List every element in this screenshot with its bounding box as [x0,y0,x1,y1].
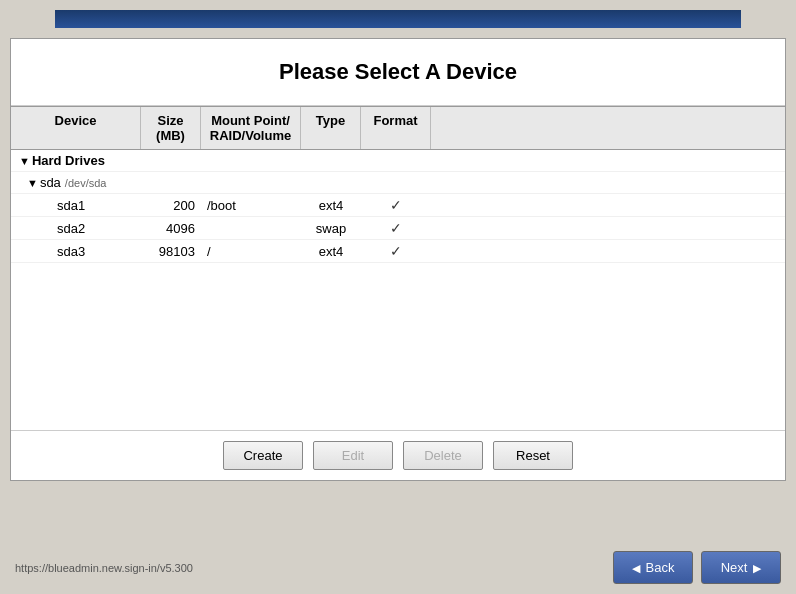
format-cell-sda1: ✓ [361,197,431,213]
format-cell-sda3: ✓ [361,243,431,259]
col-type: Type [301,107,361,149]
status-url: https://blueadmin.new.sign-in/v5.300 [15,562,193,574]
device-cell-sda2: sda2 [11,221,141,236]
col-format: Format [361,107,431,149]
table-area: Device Size(MB) Mount Point/RAID/Volume … [11,106,785,430]
action-buttons: Create Edit Delete Reset [11,430,785,480]
back-button[interactable]: Back [613,551,693,584]
mount-cell-sda3: / [201,244,301,259]
device-sda3[interactable]: sda3 98103 / ext4 ✓ [11,240,785,263]
format-cell-sda2: ✓ [361,220,431,236]
sda2-label: sda2 [57,221,85,236]
next-button[interactable]: Next [701,551,781,584]
size-cell-sda1: 200 [141,198,201,213]
device-cell-sda1: sda1 [11,198,141,213]
reset-button[interactable]: Reset [493,441,573,470]
expand-hard-drives-icon[interactable]: ▼ [19,155,30,167]
tree-area: ▼ Hard Drives ▼ sda /dev/sda [11,150,785,430]
delete-button[interactable]: Delete [403,441,483,470]
sda-sublabel: /dev/sda [65,177,107,189]
create-button[interactable]: Create [223,441,303,470]
bottom-bar: https://blueadmin.new.sign-in/v5.300 Bac… [0,541,796,594]
back-label: Back [646,560,675,575]
type-cell-sda2: swap [301,221,361,236]
group-hard-drives-label: Hard Drives [32,153,105,168]
col-size: Size(MB) [141,107,201,149]
col-device: Device [11,107,141,149]
edit-button[interactable]: Edit [313,441,393,470]
expand-sda-icon[interactable]: ▼ [27,177,38,189]
col-mount: Mount Point/RAID/Volume [201,107,301,149]
sda1-format-check: ✓ [390,197,402,213]
size-cell-sda3: 98103 [141,244,201,259]
main-window: Please Select A Device Device Size(MB) M… [10,38,786,481]
sda3-label: sda3 [57,244,85,259]
sda3-format-check: ✓ [390,243,402,259]
device-sda2[interactable]: sda2 4096 swap ✓ [11,217,785,240]
nav-buttons: Back Next [613,551,781,584]
sda2-format-check: ✓ [390,220,402,236]
next-arrow-icon [753,560,761,575]
sda-label: sda [40,175,61,190]
size-cell-sda2: 4096 [141,221,201,236]
type-cell-sda3: ext4 [301,244,361,259]
sda1-label: sda1 [57,198,85,213]
device-cell: ▼ Hard Drives [11,153,141,168]
next-label: Next [721,560,748,575]
page-title: Please Select A Device [21,59,775,85]
top-banner [55,10,741,28]
group-hard-drives[interactable]: ▼ Hard Drives [11,150,785,172]
type-cell-sda1: ext4 [301,198,361,213]
device-sda[interactable]: ▼ sda /dev/sda [11,172,785,194]
title-area: Please Select A Device [11,39,785,106]
mount-cell-sda1: /boot [201,198,301,213]
device-sda1[interactable]: sda1 200 /boot ext4 ✓ [11,194,785,217]
back-arrow-icon [632,560,640,575]
device-cell-sda: ▼ sda /dev/sda [11,175,141,190]
device-cell-sda3: sda3 [11,244,141,259]
table-header: Device Size(MB) Mount Point/RAID/Volume … [11,107,785,150]
